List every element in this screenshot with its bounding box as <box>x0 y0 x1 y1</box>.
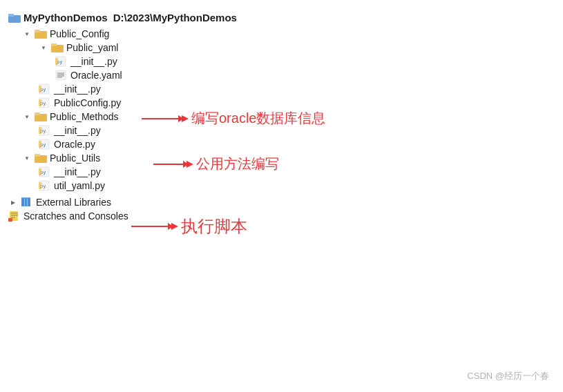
python-file-icon: py <box>39 180 51 191</box>
python-file-icon: py <box>39 97 51 108</box>
tree-item-init1[interactable]: py __init__.py <box>6 55 563 68</box>
item-label: util_yaml.py <box>54 180 105 191</box>
scratches-icon <box>8 210 21 222</box>
annotation-oracle-yaml: 编写oracle数据库信息 <box>142 109 325 128</box>
project-name: MyPythonDemos <box>23 12 108 23</box>
yaml-file-icon <box>55 70 68 81</box>
arrow-line <box>142 118 183 119</box>
project-path: D:\2023\MyPythonDemos <box>111 10 237 26</box>
item-label: __init__.py <box>54 84 101 95</box>
item-label: __init__.py <box>54 166 101 177</box>
svg-rect-16 <box>39 86 41 92</box>
python-file-icon: py <box>39 125 51 136</box>
svg-rect-1 <box>8 14 14 17</box>
svg-rect-37 <box>25 198 28 206</box>
chevron-icon <box>22 112 32 121</box>
svg-rect-3 <box>35 30 40 32</box>
tree-item-init4[interactable]: py __init__.py <box>6 165 563 179</box>
svg-rect-32 <box>39 168 41 175</box>
python-file-icon: py <box>39 139 51 150</box>
item-label: Oracle.yaml <box>70 70 122 81</box>
folder-icon <box>35 28 47 39</box>
tree-item-scratches[interactable]: Scratches and Consoles <box>6 209 563 223</box>
python-file-icon: py <box>55 56 68 67</box>
annotation-text-1: 编写oracle数据库信息 <box>191 109 325 128</box>
root-project[interactable]: MyPythonDemos D:\2023\MyPythonDemos <box>6 8 563 27</box>
tree-item-public-utils[interactable]: Public_Utils <box>6 151 563 165</box>
tree-item-oracle-py[interactable]: py Oracle.py <box>6 137 563 151</box>
python-file-icon: py <box>39 84 51 95</box>
item-label: Oracle.py <box>54 139 95 150</box>
chevron-icon <box>22 29 32 39</box>
folder-icon <box>8 12 21 23</box>
tree-item-public-config[interactable]: Public_Config <box>6 27 563 41</box>
svg-rect-8 <box>55 58 58 65</box>
tree-item-public-yaml[interactable]: Public_yaml <box>6 41 563 55</box>
svg-rect-35 <box>39 182 41 189</box>
external-libraries-icon <box>21 197 33 208</box>
annotation-publicconfig: 公用方法编写 <box>153 155 279 173</box>
arrow-line <box>153 164 188 165</box>
python-file-icon: py <box>39 166 51 177</box>
item-label: Public_Config <box>50 28 109 39</box>
svg-rect-5 <box>51 43 57 46</box>
tree-item-publicconfig-py[interactable]: py PublicConfig.py <box>6 96 563 110</box>
svg-rect-44 <box>8 218 12 222</box>
chevron-icon <box>39 43 48 52</box>
svg-rect-27 <box>39 141 41 148</box>
annotation-oracle-py: 执行脚本 <box>131 215 247 237</box>
svg-rect-24 <box>39 127 41 134</box>
file-tree-container: MyPythonDemos D:\2023\MyPythonDemos Publ… <box>0 0 563 392</box>
item-label: External Libraries <box>36 197 111 208</box>
svg-rect-9 <box>56 70 66 80</box>
item-label: __init__.py <box>54 125 101 136</box>
item-label: Scratches and Consoles <box>23 210 128 222</box>
folder-icon <box>35 111 47 122</box>
item-label: Public_Methods <box>50 111 119 122</box>
tree-item-util-yaml[interactable]: py util_yaml.py <box>6 179 563 193</box>
tree-item-external-libraries[interactable]: External Libraries <box>6 195 563 209</box>
tree-item-oracle-yaml[interactable]: Oracle.yaml <box>6 68 563 82</box>
tree-item-init2[interactable]: py __init__.py <box>6 82 563 96</box>
folder-icon <box>51 42 64 53</box>
item-label: Public_yaml <box>66 42 118 53</box>
annotation-text-2: 公用方法编写 <box>196 155 279 173</box>
svg-rect-29 <box>35 154 40 157</box>
watermark: CSDN @经历一个春 <box>467 370 549 382</box>
svg-rect-36 <box>21 198 24 206</box>
svg-rect-21 <box>35 112 40 115</box>
chevron-icon <box>22 153 32 163</box>
chevron-icon <box>8 197 18 207</box>
item-label: PublicConfig.py <box>54 97 121 108</box>
folder-icon <box>35 153 47 164</box>
svg-rect-38 <box>28 198 30 206</box>
arrow-line <box>131 226 173 227</box>
item-label: Public_Utils <box>50 153 100 164</box>
annotation-text-3: 执行脚本 <box>181 215 247 237</box>
svg-rect-19 <box>39 99 41 106</box>
item-label: __init__.py <box>70 56 117 67</box>
